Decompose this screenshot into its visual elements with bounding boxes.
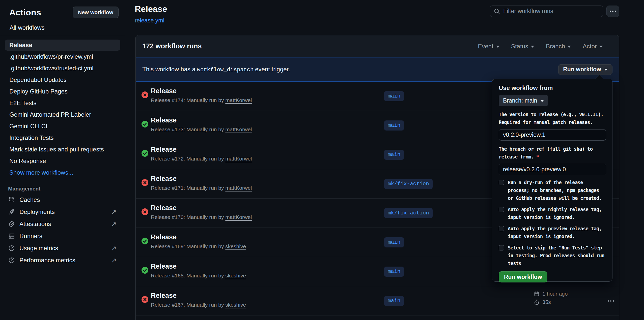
filter-workflow-runs-input[interactable] xyxy=(503,8,599,15)
sidebar-item-deploy-github-pages[interactable]: Deploy GitHub Pages xyxy=(5,86,120,97)
sidebar-item-gemini-pr-labeler[interactable]: Gemini Automated PR Labeler xyxy=(5,109,120,120)
dry-run-checkbox[interactable] xyxy=(499,180,504,185)
actor-link[interactable]: mattKorwel xyxy=(225,97,252,103)
actor-link[interactable]: mattKorwel xyxy=(225,156,252,162)
management-item-label: Performance metrics xyxy=(19,257,75,264)
stopwatch-icon xyxy=(534,299,540,305)
chevron-down-icon xyxy=(599,46,603,48)
sidebar-item-performance-metrics[interactable]: Performance metrics ↗ xyxy=(0,254,125,266)
sidebar-item-caches[interactable]: Caches xyxy=(0,194,125,206)
run-title-link[interactable]: Release xyxy=(151,146,177,153)
new-workflow-button[interactable]: New workflow xyxy=(73,7,119,18)
kebab-dot xyxy=(615,11,616,12)
branch-label[interactable]: main xyxy=(384,267,404,277)
popover-title: Use workflow from xyxy=(499,84,606,91)
sidebar-item-attestations[interactable]: Attestations ↗ xyxy=(0,218,125,230)
sidebar-item-trusted-ci[interactable]: .github/workflows/trusted-ci.yml xyxy=(5,63,120,74)
run-title-link[interactable]: Release xyxy=(151,292,177,300)
branch-label[interactable]: main xyxy=(384,296,404,306)
branch-label[interactable]: mk/fix-action xyxy=(384,179,433,189)
rocket-icon xyxy=(8,208,15,215)
skip-tests-checkbox[interactable] xyxy=(499,245,504,250)
checkbox-label: Run a dry-run of the release process; no… xyxy=(508,179,606,202)
actor-filter-dropdown[interactable]: Actor xyxy=(583,43,603,50)
run-options-kebab-button[interactable] xyxy=(604,296,618,305)
workflow-dispatch-code: workflow_dispatch xyxy=(195,67,255,73)
sidebar-item-gemini-cli-ci[interactable]: Gemini CLI CI xyxy=(5,121,120,132)
sidebar-item-release[interactable]: Release xyxy=(5,40,120,51)
run-meta: 1 hour ago 35s xyxy=(534,291,568,305)
filter-workflow-runs-box[interactable] xyxy=(490,6,603,17)
chevron-down-icon xyxy=(540,100,544,102)
branch-select-button[interactable]: Branch: main xyxy=(499,95,548,106)
sidebar-item-integration-tests[interactable]: Integration Tests xyxy=(5,132,120,143)
branch-filter-dropdown[interactable]: Branch xyxy=(546,43,571,50)
branch-label[interactable]: mk/fix-action xyxy=(384,208,433,218)
branch-label[interactable]: main xyxy=(384,237,404,247)
workflow-file-link[interactable]: release.yml xyxy=(135,17,164,24)
run-title-link[interactable]: Release xyxy=(151,175,177,183)
run-workflow-submit-button[interactable]: Run workflow xyxy=(499,271,547,282)
external-link-icon: ↗ xyxy=(111,221,117,227)
management-section-label: Management xyxy=(0,186,125,192)
actor-link[interactable]: skeshive xyxy=(225,302,246,308)
nightly-tag-checkbox[interactable] xyxy=(499,207,504,212)
checkbox-label: Select to skip the "Run Tests" step in t… xyxy=(508,244,606,267)
actor-link[interactable]: mattKorwel xyxy=(225,126,252,132)
branch-label[interactable]: main xyxy=(384,120,404,131)
kebab-dot xyxy=(613,300,614,302)
run-description: Release #172: Manually run by mattKorwel xyxy=(151,156,252,162)
nightly-tag-checkbox-row: Auto apply the nightly release tag, inpu… xyxy=(499,206,606,221)
run-start-time: 1 hour ago xyxy=(534,291,568,297)
run-status-icon xyxy=(142,150,148,157)
ref-help-text: The branch or ref (full git sha) to rele… xyxy=(499,145,606,161)
gauge-icon xyxy=(8,257,15,264)
search-icon xyxy=(494,8,500,15)
event-filter-dropdown[interactable]: Event xyxy=(478,43,499,50)
sidebar-item-mark-stale[interactable]: Mark stale issues and pull requests xyxy=(5,144,120,155)
run-title-link[interactable]: Release xyxy=(151,204,177,212)
chevron-down-icon xyxy=(496,46,499,48)
run-duration: 35s xyxy=(534,299,568,305)
management-item-label: Usage metrics xyxy=(19,245,58,252)
sidebar-item-usage-metrics[interactable]: Usage metrics ↗ xyxy=(0,242,125,254)
verified-badge-icon xyxy=(8,220,15,228)
sidebar-item-no-response[interactable]: No Response xyxy=(5,155,120,167)
run-title-link[interactable]: Release xyxy=(151,116,177,124)
banner-text: This workflow has aworkflow_dispatcheven… xyxy=(142,66,290,73)
sidebar-item-e2e-tests[interactable]: E2E Tests xyxy=(5,98,120,109)
run-status-icon xyxy=(142,238,148,244)
workflow-options-kebab-button[interactable] xyxy=(606,6,619,17)
workflow-run-row[interactable]: Release Release #167: Manually run by sk… xyxy=(136,286,619,315)
sidebar-item-pr-review[interactable]: .github/workflows/pr-review.yml xyxy=(5,51,120,62)
ref-input[interactable] xyxy=(499,164,606,175)
version-input[interactable] xyxy=(499,129,606,141)
checkbox-label: Auto apply the preview release tag, inpu… xyxy=(508,225,606,240)
actor-link[interactable]: skeshive xyxy=(225,243,246,249)
actor-link[interactable]: mattKorwel xyxy=(225,185,252,191)
branch-label[interactable]: main xyxy=(384,91,404,101)
cache-database-icon xyxy=(8,196,15,203)
run-description: Release #174: Manually run by mattKorwel xyxy=(151,97,252,103)
kebab-dot xyxy=(608,300,609,302)
status-filter-dropdown[interactable]: Status xyxy=(511,43,534,50)
sidebar-item-deployments[interactable]: Deployments ↗ xyxy=(0,206,125,218)
sidebar-item-dependabot-updates[interactable]: Dependabot Updates xyxy=(5,74,120,85)
run-description: Release #167: Manually run by skeshive xyxy=(151,302,246,308)
actor-link[interactable]: skeshive xyxy=(225,273,246,278)
show-more-workflows-link[interactable]: Show more workflows... xyxy=(5,167,120,178)
branch-label[interactable]: main xyxy=(384,150,404,160)
run-title-link[interactable]: Release xyxy=(151,263,177,270)
runs-filters: Event Status Branch Actor xyxy=(478,43,603,50)
sidebar-item-all-workflows[interactable]: All workflows xyxy=(7,22,119,33)
preview-tag-checkbox-row: Auto apply the preview release tag, inpu… xyxy=(499,225,606,240)
run-workflow-dropdown-button[interactable]: Run workflow xyxy=(558,64,612,75)
actor-link[interactable]: mattKorwel xyxy=(225,214,252,220)
run-title-link[interactable]: Release xyxy=(151,233,177,241)
preview-tag-checkbox[interactable] xyxy=(499,226,504,231)
run-status-icon xyxy=(142,296,148,303)
kebab-dot xyxy=(610,300,611,302)
run-status-icon xyxy=(142,208,148,215)
sidebar-item-runners[interactable]: Runners xyxy=(0,230,125,242)
run-title-link[interactable]: Release xyxy=(151,87,177,95)
